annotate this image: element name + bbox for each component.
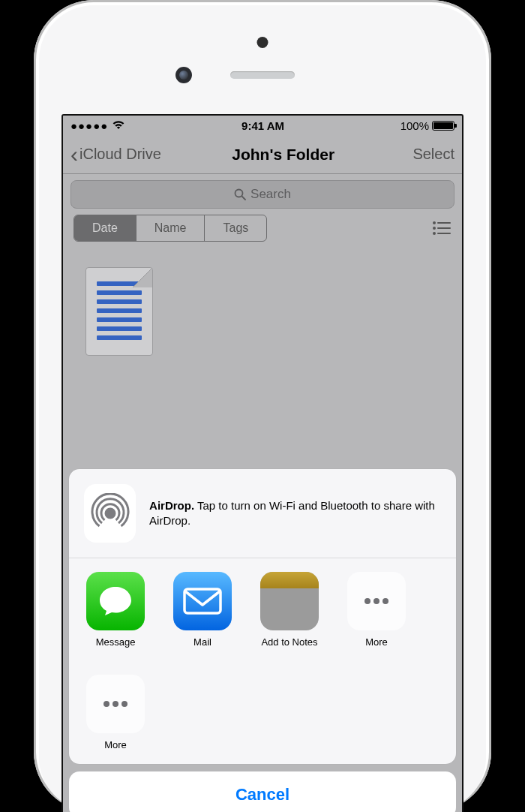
svg-rect-9 (184, 589, 220, 613)
message-icon (86, 572, 145, 630)
phone-frame: ●●●●● 9:41 AM 100% ‹ iCloud Drive John's… (34, 0, 491, 812)
status-time: 9:41 AM (242, 119, 284, 132)
cancel-button[interactable]: Cancel (69, 771, 456, 812)
tab-date[interactable]: Date (74, 215, 136, 241)
chevron-left-icon: ‹ (70, 143, 78, 166)
battery-icon (432, 121, 454, 131)
back-label: iCloud Drive (80, 146, 161, 163)
mail-icon (173, 572, 232, 630)
page-title: John's Folder (154, 146, 412, 164)
screen: ●●●●● 9:41 AM 100% ‹ iCloud Drive John's… (62, 114, 464, 812)
tab-tags[interactable]: Tags (205, 215, 266, 241)
share-apps-row: Message Mail Add to Notes (69, 558, 456, 661)
front-camera (176, 67, 192, 83)
search-placeholder: Search (250, 187, 291, 202)
back-button[interactable]: ‹ iCloud Drive (70, 143, 161, 166)
app-label: Mail (194, 636, 212, 648)
app-label: Message (96, 636, 136, 648)
segmented-control: Date Name Tags (74, 215, 267, 242)
airdrop-text: AirDrop. Tap to turn on Wi-Fi and Blueto… (149, 498, 441, 529)
svg-point-6 (434, 233, 435, 234)
tab-name[interactable]: Name (136, 215, 206, 241)
svg-point-11 (374, 598, 380, 604)
more-icon (86, 675, 145, 733)
phone-bezel: ●●●●● 9:41 AM 100% ‹ iCloud Drive John's… (39, 5, 486, 812)
airdrop-icon (84, 484, 136, 543)
share-app-notes[interactable]: Add to Notes (258, 572, 321, 648)
svg-point-8 (106, 509, 115, 518)
search-field[interactable]: Search (70, 180, 454, 209)
svg-point-13 (104, 701, 110, 707)
share-action-more[interactable]: More (84, 675, 147, 750)
signal-dots: ●●●●● (70, 119, 125, 132)
svg-point-4 (434, 227, 435, 229)
svg-line-1 (242, 197, 246, 200)
share-sheet: AirDrop. Tap to turn on Wi-Fi and Blueto… (69, 469, 456, 812)
search-icon (234, 188, 246, 200)
proximity-sensor (257, 37, 268, 48)
speaker-grille (230, 71, 295, 79)
share-actions-row: More (69, 661, 456, 764)
svg-point-2 (434, 222, 435, 224)
status-battery: 100% (400, 119, 454, 132)
file-item[interactable] (86, 267, 153, 356)
status-bar: ●●●●● 9:41 AM 100% (63, 116, 462, 135)
nav-bar: ‹ iCloud Drive John's Folder Select (63, 135, 462, 174)
share-app-message[interactable]: Message (84, 572, 147, 648)
svg-point-12 (382, 598, 388, 604)
share-app-mail[interactable]: Mail (171, 572, 234, 648)
select-button[interactable]: Select (412, 146, 454, 163)
filter-bar: Date Name Tags (63, 215, 462, 252)
share-panel: AirDrop. Tap to turn on Wi-Fi and Blueto… (69, 469, 456, 764)
share-app-more[interactable]: More (345, 572, 408, 648)
battery-percent: 100% (400, 119, 429, 132)
list-view-icon[interactable] (432, 221, 452, 236)
wifi-icon (112, 120, 125, 130)
airdrop-section[interactable]: AirDrop. Tap to turn on Wi-Fi and Blueto… (69, 469, 456, 558)
airdrop-title: AirDrop. (149, 499, 194, 512)
svg-point-10 (364, 598, 370, 604)
more-icon (347, 572, 406, 630)
app-label: More (104, 739, 127, 750)
app-label: Add to Notes (261, 636, 317, 648)
svg-point-15 (122, 701, 128, 707)
app-label: More (365, 636, 388, 648)
svg-point-14 (112, 701, 118, 707)
notes-icon (260, 572, 319, 630)
